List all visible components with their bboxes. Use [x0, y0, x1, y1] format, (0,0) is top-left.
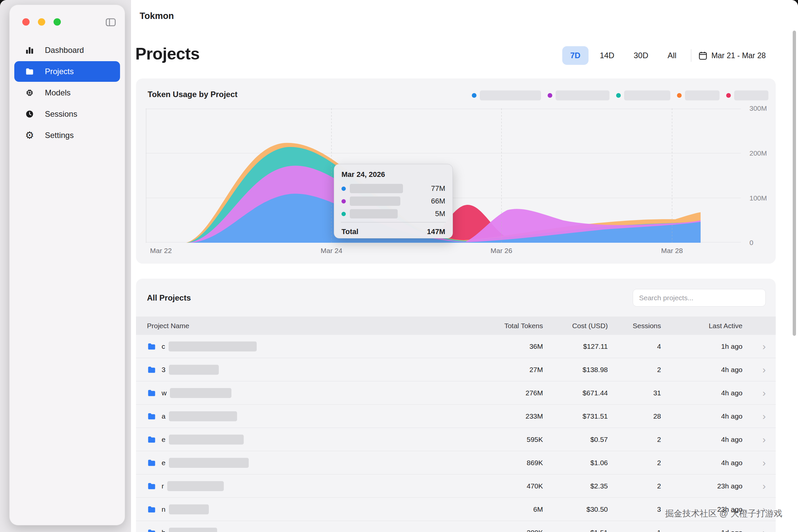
- clock-icon: [25, 109, 34, 119]
- total-tokens-value: 276M: [487, 389, 543, 397]
- folder-icon: [147, 365, 156, 374]
- cost-value: $2.35: [543, 482, 608, 490]
- legend-item: [616, 91, 670, 100]
- chevron-right-icon[interactable]: ›: [742, 365, 766, 375]
- redacted-project-name: [169, 365, 219, 375]
- projects-card-title: All Projects: [147, 293, 191, 303]
- range-tab-all[interactable]: All: [660, 46, 685, 65]
- redacted-project-name: [169, 528, 217, 532]
- project-name-cell: 3: [147, 365, 487, 375]
- sidebar-nav: Dashboard Projects Mod: [14, 40, 120, 146]
- folder-icon: [25, 67, 34, 76]
- all-projects-card: All Projects Project Name Total Tokens C…: [136, 279, 776, 532]
- col-header-total-tokens: Total Tokens: [487, 322, 543, 330]
- total-tokens-value: 595K: [487, 436, 543, 443]
- sidebar-item-label: Settings: [45, 131, 74, 140]
- cost-value: $731.51: [543, 412, 608, 420]
- y-axis-tick: 200M: [749, 149, 767, 157]
- sidebar-item-label: Sessions: [45, 109, 77, 119]
- minimize-button[interactable]: [38, 18, 45, 25]
- table-row[interactable]: e 595K $0.57 2 4h ago ›: [136, 428, 776, 451]
- sessions-value: 2: [608, 459, 661, 467]
- token-usage-card: Token Usage by Project: [136, 78, 776, 264]
- legend-dot: [677, 93, 682, 98]
- chevron-right-icon[interactable]: ›: [742, 341, 766, 352]
- project-name-initial: 3: [162, 366, 166, 374]
- table-row[interactable]: 3 27M $138.98 2 4h ago ›: [136, 358, 776, 381]
- tooltip-row: 77M: [341, 182, 445, 195]
- redacted-legend-label: [685, 91, 720, 100]
- sidebar-item-settings[interactable]: ⚙ Settings: [14, 125, 120, 146]
- sidebar-toggle-icon[interactable]: [105, 16, 117, 28]
- table-row[interactable]: r 470K $2.35 2 23h ago ›: [136, 474, 776, 498]
- last-active-value: 23h ago: [661, 482, 742, 490]
- redacted-series-label: [350, 184, 403, 193]
- search-input[interactable]: [633, 289, 766, 307]
- redacted-legend-label: [556, 91, 609, 100]
- col-header-sessions: Sessions: [608, 322, 661, 330]
- scrollbar-thumb[interactable]: [793, 31, 796, 336]
- page-title: Projects: [135, 44, 200, 63]
- tooltip-date: Mar 24, 2026: [341, 170, 445, 179]
- range-tab-14d[interactable]: 14D: [592, 46, 623, 65]
- legend-item: [548, 91, 609, 100]
- redacted-project-name: [169, 458, 249, 468]
- date-range-label[interactable]: Mar 21 - Mar 28: [711, 51, 766, 60]
- chevron-right-icon[interactable]: ›: [742, 528, 766, 532]
- chevron-right-icon[interactable]: ›: [742, 458, 766, 468]
- legend-item: [472, 91, 541, 100]
- tooltip-value: 66M: [431, 197, 445, 206]
- x-axis-tick: Mar 24: [321, 247, 342, 255]
- legend-dot: [548, 93, 552, 98]
- range-tab-30d[interactable]: 30D: [626, 46, 657, 65]
- chevron-right-icon[interactable]: ›: [742, 388, 766, 398]
- table-row[interactable]: c 36M $127.11 4 1h ago ›: [136, 335, 776, 358]
- chevron-right-icon[interactable]: ›: [742, 411, 766, 421]
- total-tokens-value: 233M: [487, 412, 543, 420]
- table-row[interactable]: e 869K $1.06 2 4h ago ›: [136, 451, 776, 474]
- sidebar: Dashboard Projects Mod: [9, 5, 125, 525]
- last-active-value: 4h ago: [661, 389, 742, 397]
- project-name-cell: b: [147, 528, 487, 532]
- chart-tooltip: Mar 24, 2026 77M 66M 5M: [334, 164, 453, 239]
- project-name-initial: e: [162, 459, 166, 467]
- project-name-cell: a: [147, 411, 487, 421]
- table-row[interactable]: a 233M $731.51 28 4h ago ›: [136, 405, 776, 428]
- tooltip-total-value: 147M: [427, 227, 445, 236]
- sidebar-item-dashboard[interactable]: Dashboard: [14, 40, 120, 60]
- chevron-right-icon[interactable]: ›: [742, 435, 766, 444]
- usage-card-title: Token Usage by Project: [148, 90, 238, 99]
- series-dot: [341, 212, 346, 216]
- zoom-button[interactable]: [54, 18, 61, 25]
- table-row[interactable]: b 200K $1.51 1 1d ago ›: [136, 521, 776, 532]
- chevron-right-icon[interactable]: ›: [742, 481, 766, 491]
- cost-value: $1.06: [543, 459, 608, 467]
- folder-icon: [147, 388, 156, 398]
- calendar-icon[interactable]: [698, 51, 708, 60]
- project-name-initial: e: [162, 436, 166, 443]
- folder-icon: [147, 528, 156, 532]
- col-header-project-name: Project Name: [147, 322, 487, 330]
- project-name-initial: a: [162, 412, 166, 420]
- main-content: Tokmon Projects 7D 14D 30D All Mar 21 - …: [131, 0, 798, 532]
- range-tab-7d[interactable]: 7D: [562, 46, 589, 65]
- table-row[interactable]: w 276M $671.44 31 4h ago ›: [136, 381, 776, 405]
- last-active-value: 4h ago: [661, 436, 742, 443]
- cost-value: $138.98: [543, 366, 608, 374]
- folder-icon: [147, 458, 156, 468]
- time-range-bar: 7D 14D 30D All Mar 21 - Mar 28: [562, 46, 766, 65]
- bar-chart-icon: [25, 45, 34, 55]
- x-axis-tick: Mar 28: [661, 247, 683, 255]
- sidebar-item-projects[interactable]: Projects: [14, 61, 120, 82]
- sidebar-item-label: Models: [45, 88, 71, 97]
- sidebar-item-sessions[interactable]: Sessions: [14, 104, 120, 125]
- watermark: 掘金技术社区 @ 大橙子打游戏: [665, 508, 782, 519]
- project-rows: c 36M $127.11 4 1h ago › 3 27M $138.98 2…: [136, 335, 776, 532]
- total-tokens-value: 869K: [487, 459, 543, 467]
- col-header-last-active: Last Active: [661, 322, 742, 330]
- sidebar-item-models[interactable]: Models: [14, 82, 120, 103]
- close-button[interactable]: [22, 18, 30, 25]
- project-name-initial: w: [162, 389, 167, 397]
- redacted-project-name: [169, 411, 237, 421]
- series-dot: [341, 187, 346, 191]
